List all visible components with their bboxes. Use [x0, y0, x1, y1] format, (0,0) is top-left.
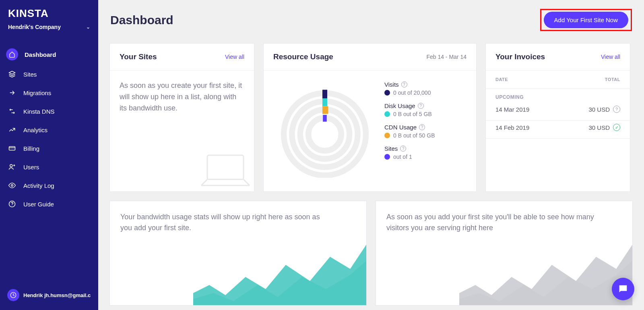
- nav-billing[interactable]: Billing: [0, 139, 98, 158]
- area-chart-placeholder: [459, 237, 632, 305]
- layers-icon: [7, 69, 17, 79]
- nav-label: Migrations: [23, 89, 51, 96]
- nav-label: Sites: [23, 71, 37, 78]
- view-all-invoices-link[interactable]: View all: [601, 54, 620, 60]
- dot-icon: [384, 111, 390, 117]
- invoice-upcoming-label: UPCOMING: [486, 89, 630, 102]
- eye-icon: [7, 181, 17, 190]
- chat-button[interactable]: [612, 278, 634, 300]
- svg-rect-15: [322, 90, 327, 99]
- invoice-row[interactable]: 14 Feb 2019 30 USD✓: [486, 121, 630, 139]
- nav-label: Activity Log: [23, 182, 54, 189]
- main: Dashboard Add Your First Site Now Your S…: [98, 0, 644, 310]
- check-icon: ✓: [613, 124, 620, 131]
- help-icon[interactable]: ?: [613, 106, 620, 113]
- user-menu[interactable]: Hendrik jh.humsn@gmail.c: [0, 283, 98, 310]
- invoice-row[interactable]: 14 Mar 2019 30 USD?: [486, 102, 630, 121]
- nav-activity[interactable]: Activity Log: [0, 176, 98, 195]
- company-name: Hendrik's Company: [8, 24, 61, 30]
- svg-rect-1: [9, 147, 15, 150]
- nav-dns[interactable]: Kinsta DNS: [0, 102, 98, 121]
- dns-icon: [7, 106, 17, 116]
- nav-label: User Guide: [23, 201, 54, 208]
- svg-rect-17: [322, 106, 328, 114]
- migration-icon: [7, 88, 17, 98]
- dot-icon: [384, 133, 390, 138]
- brand-logo: KINSTA: [0, 0, 98, 24]
- nav-label: Billing: [23, 145, 39, 152]
- svg-rect-10: [207, 155, 244, 179]
- home-icon: [6, 48, 18, 60]
- your-sites-card: Your Sites View all As soon as you creat…: [109, 43, 254, 192]
- svg-point-14: [308, 118, 341, 151]
- invoices-card: Your Invoices View all DATE TOTAL UPCOMI…: [485, 43, 630, 192]
- area-chart-placeholder: [193, 237, 366, 305]
- invoice-date: 14 Feb 2019: [495, 124, 529, 131]
- user-email: Hendrik jh.humsn@gmail.c: [23, 292, 91, 298]
- help-icon[interactable]: ?: [401, 81, 407, 87]
- nav-label: Dashboard: [25, 51, 56, 58]
- add-site-highlight: Add Your First Site Now: [540, 9, 632, 31]
- legend-cdn: CDN Usage? 0 B out of 50 GB: [384, 124, 467, 139]
- visitors-empty-text: As soon as you add your first site you'l…: [386, 212, 596, 233]
- analytics-icon: [7, 125, 17, 135]
- add-site-button[interactable]: Add Your First Site Now: [544, 12, 628, 28]
- help-icon[interactable]: ?: [419, 124, 425, 130]
- nav-sites[interactable]: Sites: [0, 65, 98, 83]
- resource-usage-card: Resource Usage Feb 14 - Mar 14: [263, 43, 477, 192]
- nav-users[interactable]: Users: [0, 158, 98, 176]
- nav-guide[interactable]: User Guide: [0, 195, 98, 213]
- help-icon[interactable]: ?: [418, 103, 424, 109]
- visitors-card: As soon as you add your first site you'l…: [376, 201, 633, 306]
- sidebar: KINSTA Hendrik's Company ⌄ Dashboard Sit…: [0, 0, 98, 310]
- help-icon: [7, 199, 17, 209]
- svg-rect-18: [323, 115, 327, 122]
- svg-marker-0: [9, 71, 15, 75]
- legend-disk: Disk Usage? 0 B out of 5 GB: [384, 102, 467, 117]
- page-title: Dashboard: [110, 13, 173, 27]
- card-title: Your Invoices: [495, 52, 545, 61]
- svg-rect-16: [322, 98, 327, 106]
- laptop-icon: [199, 151, 252, 191]
- legend-visits: Visits? 0 out of 20,000: [384, 81, 467, 96]
- avatar: [7, 289, 19, 301]
- card-title: Your Sites: [120, 52, 157, 61]
- card-title: Resource Usage: [273, 52, 333, 61]
- sites-empty-text: As soon as you create your first site, i…: [120, 80, 244, 114]
- svg-point-3: [10, 164, 12, 167]
- resource-legend: Visits? 0 out of 20,000 Disk Usage? 0 B …: [384, 79, 467, 180]
- nav-label: Users: [23, 164, 39, 171]
- invoice-columns: DATE TOTAL: [486, 71, 630, 89]
- chevron-down-icon: ⌄: [86, 24, 90, 30]
- nav: Dashboard Sites Migrations Kinsta DNS: [0, 38, 98, 283]
- help-icon[interactable]: ?: [400, 146, 406, 152]
- invoice-total: 30 USD: [588, 106, 610, 113]
- nav-analytics[interactable]: Analytics: [0, 121, 98, 139]
- nav-dashboard[interactable]: Dashboard: [0, 44, 98, 65]
- dot-icon: [384, 90, 390, 96]
- nav-label: Kinsta DNS: [23, 108, 55, 115]
- bandwidth-empty-text: Your bandwidth usage stats will show up …: [120, 212, 330, 233]
- bandwidth-card: Your bandwidth usage stats will show up …: [109, 201, 367, 306]
- company-switcher[interactable]: Hendrik's Company ⌄: [0, 24, 98, 38]
- nav-migrations[interactable]: Migrations: [0, 83, 98, 102]
- nav-label: Analytics: [23, 127, 47, 133]
- invoice-total: 30 USD: [588, 124, 610, 131]
- invoice-date: 14 Mar 2019: [495, 106, 529, 113]
- header: Dashboard Add Your First Site Now: [98, 0, 644, 43]
- billing-icon: [7, 144, 17, 153]
- legend-sites: Sites? out of 1: [384, 145, 467, 160]
- svg-point-6: [11, 185, 13, 187]
- view-all-sites-link[interactable]: View all: [225, 54, 244, 60]
- dot-icon: [384, 154, 390, 160]
- users-icon: [7, 162, 17, 172]
- date-range: Feb 14 - Mar 14: [426, 54, 466, 60]
- radial-chart: [272, 79, 377, 180]
